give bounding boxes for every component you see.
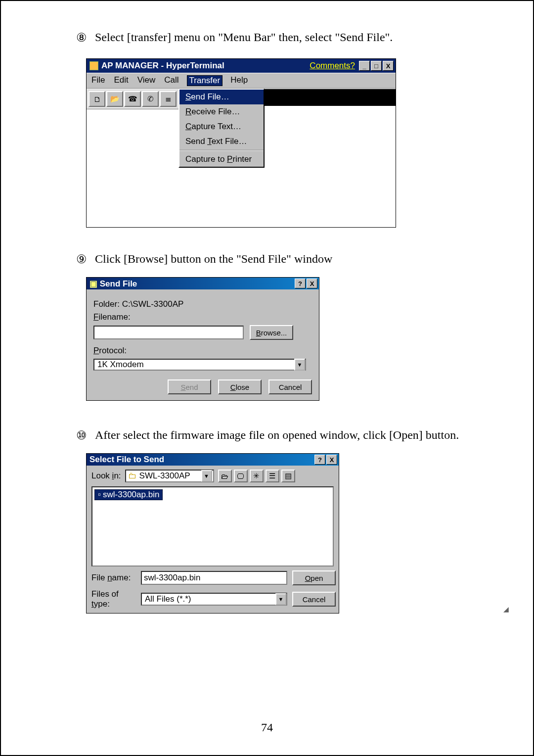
cancel-button[interactable]: Cancel bbox=[268, 379, 312, 394]
menu-view[interactable]: View bbox=[136, 75, 157, 86]
screenshot-hyperterminal: AP MANAGER - HyperTerminal Comments? _ □… bbox=[86, 58, 396, 228]
files-of-type-label: Files of type: bbox=[91, 589, 136, 609]
menu-separator bbox=[179, 150, 264, 151]
chevron-down-icon[interactable]: ▼ bbox=[201, 470, 212, 482]
open-dialog-titlebar: Select File to Send ? X bbox=[87, 454, 339, 466]
maximize-button[interactable]: □ bbox=[371, 61, 382, 71]
step-8-text: Select [transfer] menu on "Menu Bar" the… bbox=[95, 31, 393, 44]
screenshot-send-file-dialog: ▣ Send File ? X Folder: C:\SWL-3300AP Fi… bbox=[86, 277, 319, 401]
open-button[interactable]: Open bbox=[292, 570, 336, 585]
screenshot-open-dialog: Select File to Send ? X Look in: 🗀 SWL-3… bbox=[86, 453, 339, 614]
window-titlebar: AP MANAGER - HyperTerminal Comments? _ □… bbox=[87, 59, 396, 73]
chevron-down-icon[interactable]: ▼ bbox=[294, 359, 305, 371]
menu-item-send-text-file[interactable]: Send Text File… bbox=[179, 134, 264, 149]
look-in-value: SWL-3300AP bbox=[139, 471, 190, 481]
file-list[interactable]: ▫ swl-3300ap.bin bbox=[91, 486, 334, 567]
menu-file[interactable]: File bbox=[90, 75, 106, 86]
new-icon[interactable]: 🗋 bbox=[89, 91, 105, 107]
dialog-icon: ▣ bbox=[89, 279, 97, 288]
files-of-type-select[interactable]: All Files (*.*) ▼ bbox=[141, 593, 287, 606]
menu-item-capture-to-printer[interactable]: Capture to Printer bbox=[179, 152, 264, 167]
window-title: AP MANAGER - HyperTerminal bbox=[101, 61, 224, 71]
step-10-number: ⑩ bbox=[75, 428, 88, 442]
menu-help[interactable]: Help bbox=[229, 75, 249, 86]
step-10: ⑩ After select the firmware image file o… bbox=[75, 428, 509, 442]
dialog-titlebar: ▣ Send File ? X bbox=[87, 278, 319, 289]
close-button[interactable]: X bbox=[326, 455, 337, 465]
dialog-title: Send File bbox=[100, 279, 137, 288]
menu-item-send-file[interactable]: Send File… bbox=[179, 90, 264, 104]
open-icon[interactable]: 📂 bbox=[106, 91, 123, 107]
step-8-number: ⑧ bbox=[75, 31, 88, 45]
folder-label: Folder: C:\SWL-3300AP bbox=[93, 299, 312, 309]
file-item-label: swl-3300ap.bin bbox=[103, 490, 159, 500]
filename-label: Filename: bbox=[93, 312, 312, 322]
page-number: 74 bbox=[1, 721, 533, 734]
terminal-pane bbox=[87, 168, 396, 227]
terminal-pane-top bbox=[265, 89, 396, 106]
open-dialog-title: Select File to Send bbox=[89, 455, 164, 465]
menu-item-receive-file[interactable]: Receive File… bbox=[179, 104, 264, 119]
transfer-dropdown: Send File… Receive File… Capture Text… S… bbox=[178, 89, 265, 168]
file-name-label: File name: bbox=[91, 573, 136, 583]
toolbar: 🗋 📂 ☎ ✆ ≣ bbox=[87, 89, 178, 109]
up-folder-icon[interactable]: 🗁 bbox=[218, 470, 232, 482]
chevron-down-icon[interactable]: ▼ bbox=[275, 593, 286, 605]
send-button[interactable]: Send bbox=[168, 379, 211, 394]
close-button-dialog[interactable]: Close bbox=[218, 379, 262, 394]
comments-link[interactable]: Comments? bbox=[310, 61, 355, 71]
protocol-label: Protocol: bbox=[93, 346, 312, 356]
filename-input[interactable] bbox=[93, 326, 244, 339]
file-name-input[interactable]: swl-3300ap.bin bbox=[141, 571, 287, 585]
menu-item-capture-text[interactable]: Capture Text… bbox=[179, 119, 264, 134]
minimize-button[interactable]: _ bbox=[359, 61, 370, 71]
close-button[interactable]: X bbox=[383, 61, 394, 71]
resize-grip-icon[interactable]: ◢ bbox=[503, 605, 509, 613]
list-view-icon[interactable]: ☰ bbox=[266, 470, 279, 482]
close-button[interactable]: X bbox=[307, 279, 317, 288]
step-8: ⑧ Select [transfer] menu on "Menu Bar" t… bbox=[75, 31, 509, 45]
protocol-value: 1K Xmodem bbox=[97, 360, 144, 370]
connect-icon[interactable]: ☎ bbox=[124, 91, 141, 107]
step-9-number: ⑨ bbox=[75, 252, 88, 266]
new-folder-icon[interactable]: ✳ bbox=[250, 470, 264, 482]
help-button[interactable]: ? bbox=[295, 279, 306, 288]
step-9: ⑨ Click [Browse] button on the "Send Fil… bbox=[75, 252, 509, 266]
folder-icon: 🗀 bbox=[128, 471, 136, 481]
disconnect-icon[interactable]: ✆ bbox=[142, 91, 159, 107]
file-icon: ▫ bbox=[98, 490, 101, 500]
details-view-icon[interactable]: ▤ bbox=[281, 470, 295, 482]
file-item-selected[interactable]: ▫ swl-3300ap.bin bbox=[94, 489, 163, 500]
help-button[interactable]: ? bbox=[314, 455, 325, 465]
menu-call[interactable]: Call bbox=[163, 75, 179, 86]
step-9-text: Click [Browse] button on the "Send File"… bbox=[95, 252, 332, 266]
protocol-select[interactable]: 1K Xmodem ▼ bbox=[93, 359, 306, 371]
look-in-select[interactable]: 🗀 SWL-3300AP ▼ bbox=[125, 470, 214, 482]
cancel-button[interactable]: Cancel bbox=[292, 592, 336, 607]
desktop-icon[interactable]: 🖵 bbox=[234, 470, 248, 482]
look-in-label: Look in: bbox=[91, 471, 121, 481]
browse-button[interactable]: Browse... bbox=[250, 325, 293, 340]
app-icon bbox=[89, 61, 98, 70]
menu-edit[interactable]: Edit bbox=[113, 75, 129, 86]
document-page: ⑧ Select [transfer] menu on "Menu Bar" t… bbox=[0, 0, 534, 756]
menu-transfer[interactable]: Transfer bbox=[187, 75, 223, 86]
step-10-text: After select the firmware image file on … bbox=[95, 428, 459, 442]
menu-bar: File Edit View Call Transfer Help bbox=[87, 73, 396, 89]
properties-icon[interactable]: ≣ bbox=[160, 91, 177, 107]
files-of-type-value: All Files (*.*) bbox=[145, 594, 191, 604]
